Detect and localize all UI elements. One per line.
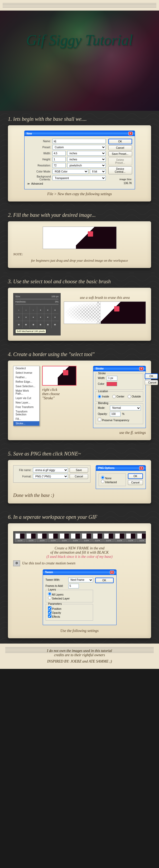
- opacity-input[interactable]: [110, 412, 121, 416]
- animation-frame[interactable]: 0.07▾: [126, 533, 136, 542]
- close-icon[interactable]: ×: [139, 466, 144, 470]
- name-input[interactable]: [53, 139, 106, 144]
- preset-select[interactable]: Custom: [53, 145, 106, 150]
- mode-select[interactable]: RGB Color: [53, 169, 88, 174]
- save-cancel-button[interactable]: Cancel: [70, 474, 88, 479]
- opacity-checkbox[interactable]: Opacity: [48, 610, 91, 614]
- loc-outside-radio[interactable]: Outside: [128, 395, 141, 398]
- menu-item[interactable]: Refine Edge...: [13, 379, 39, 384]
- device-central-button[interactable]: Device Central...: [108, 166, 132, 174]
- loc-center-radio[interactable]: Center: [112, 395, 124, 398]
- menu-item[interactable]: Make Work Path...: [13, 389, 39, 396]
- brush-palette: Size:100 px Hardness:0% •••●●● ●●●●●● ◉◉…: [13, 293, 61, 336]
- menu-item[interactable]: Transform Selection: [13, 409, 39, 417]
- res-input[interactable]: [53, 163, 66, 168]
- png-none-radio[interactable]: None: [101, 476, 123, 480]
- step-5: 5. Save as PNG then click NONE~ File nam…: [0, 445, 159, 509]
- loc-inside-radio[interactable]: Inside: [98, 395, 109, 398]
- tween-ok-button[interactable]: OK: [95, 578, 114, 583]
- tween-with-select[interactable]: Next Frame: [68, 578, 93, 582]
- stroke-color-swatch[interactable]: [106, 382, 117, 386]
- step-6-line4: Use this tool to create motion tween: [22, 561, 75, 565]
- preserve-checkbox[interactable]: Preserve Transparency: [98, 419, 129, 422]
- menu-item[interactable]: New Layer...: [13, 400, 39, 405]
- close-icon[interactable]: ×: [110, 570, 114, 574]
- animation-frame[interactable]: 0.07▾: [103, 533, 114, 542]
- animation-frame[interactable]: 0.07▾: [37, 533, 47, 542]
- step-1-caption: File > New then copy the following setti…: [13, 192, 146, 196]
- res-unit-select[interactable]: pixels/inch: [67, 163, 106, 168]
- animation-frame[interactable]: 0.07▾: [115, 533, 125, 542]
- new-dialog: New × Name: Preset:Custom Width:inches H…: [24, 130, 135, 189]
- stroke-dialog: Stroke× Stroke Width: Color: Location In…: [93, 366, 146, 428]
- step-1: 1. lets begin with the base shall we....…: [0, 111, 159, 207]
- menu-item[interactable]: Free Transform: [13, 405, 39, 409]
- animation-frame[interactable]: 0.07▾: [92, 533, 103, 542]
- height-label: Height:: [27, 158, 51, 161]
- brush-grid[interactable]: •••●●● ●●●●●● ◉◉◉◉◉◉: [15, 307, 59, 328]
- width-unit-select[interactable]: inches: [67, 151, 106, 156]
- pos-checkbox[interactable]: Position: [48, 607, 91, 610]
- step-4-hint3: "Stroke": [42, 396, 90, 400]
- menu-item[interactable]: Deselect: [13, 366, 39, 371]
- animation-frame[interactable]: 0.07▾: [136, 533, 146, 542]
- menu-item[interactable]: Select Inverse: [13, 371, 39, 375]
- height-unit-select[interactable]: inches: [67, 157, 106, 162]
- step-4-hint2: then choose: [42, 392, 90, 396]
- animation-frame[interactable]: 0.07▾: [15, 533, 25, 542]
- save-preset-button[interactable]: Save Preset...: [108, 151, 132, 156]
- step-3: 3. Use the select tool and choose the ba…: [0, 273, 159, 346]
- animation-frame[interactable]: 0.07▾: [81, 533, 92, 542]
- menu-item[interactable]: Fill...: [13, 417, 39, 421]
- step-5-panel: File name:enma ai gif siggySave Format:P…: [8, 460, 151, 503]
- animation-timeline[interactable]: 0.07▾0.07▾0.07▾0.07▾0.07▾0.07▾0.07▾0.07▾…: [13, 531, 146, 544]
- animation-frame[interactable]: 0.07▾: [48, 533, 59, 542]
- tutorial-title: Gif Siggy Tutorial: [0, 32, 159, 49]
- width-input[interactable]: [53, 151, 66, 156]
- blend-mode-select[interactable]: Normal: [110, 406, 141, 410]
- format-select[interactable]: PNG (*.PNG): [33, 474, 68, 479]
- menu-item[interactable]: Layer via Cut: [13, 396, 39, 400]
- animation-frame[interactable]: 0.07▾: [70, 533, 81, 542]
- png-interlaced-radio[interactable]: Interlaced: [101, 480, 123, 484]
- brush-hardness-value: 0%: [55, 301, 59, 303]
- step-6-caption: Use the following settings: [13, 629, 146, 633]
- close-icon[interactable]: ×: [128, 132, 133, 135]
- bg-select[interactable]: Transparent: [53, 176, 106, 180]
- step-5-done: Done with the base :): [13, 493, 146, 498]
- animation-frame[interactable]: 0.07▾: [26, 533, 36, 542]
- all-layers-radio[interactable]: All Layers: [48, 592, 91, 596]
- tween-dialog: Tween× Tween With:Next Frame Frames to A…: [43, 569, 117, 625]
- filename-input[interactable]: enma ai gif siggy: [33, 468, 68, 472]
- step-4-hint1: right click: [42, 388, 90, 392]
- sel-layer-radio[interactable]: Selected Layer: [48, 596, 91, 600]
- new-dialog-title-text: New: [27, 132, 32, 135]
- close-icon[interactable]: ×: [139, 367, 144, 371]
- png-cancel-button[interactable]: Cancel: [128, 480, 143, 485]
- brush-size-label: Size:: [15, 295, 21, 298]
- step-6-heading: 6. In a seperate workspace open your GIF: [8, 514, 151, 520]
- stroke-cancel-button[interactable]: Cancel: [145, 380, 158, 385]
- png-ok-button[interactable]: OK: [128, 473, 143, 479]
- cancel-button[interactable]: Cancel: [108, 145, 132, 150]
- ok-button[interactable]: OK: [108, 139, 132, 144]
- save-button[interactable]: Save: [70, 468, 88, 473]
- step-4: 4. Create a border using the "select too…: [0, 346, 159, 445]
- step-6-panel: 0.07▾0.07▾0.07▾0.07▾0.07▾0.07▾0.07▾0.07▾…: [8, 523, 151, 638]
- animation-frame[interactable]: 0.07▾: [59, 533, 70, 542]
- menu-item[interactable]: Feather...: [13, 375, 39, 379]
- footer-line1: I do not own the images used in this tut…: [5, 649, 154, 653]
- frames-input[interactable]: [68, 584, 79, 588]
- bg-label: Background Contents:: [27, 175, 51, 181]
- height-input[interactable]: [53, 157, 66, 162]
- menu-item[interactable]: Save Selection...: [13, 384, 39, 389]
- tween-tool-icon[interactable]: ⚙: [13, 560, 20, 566]
- menu-item[interactable]: Stroke...: [13, 421, 39, 426]
- step-6-line1: Create a NEW FRAME in the end: [13, 546, 146, 551]
- brush-hardness-label: Hardness:: [15, 301, 26, 303]
- stroke-width-input[interactable]: [107, 376, 117, 380]
- effects-checkbox[interactable]: Effects: [48, 614, 91, 618]
- advanced-toggle[interactable]: Advanced: [31, 182, 43, 185]
- stroke-ok-button[interactable]: OK: [145, 373, 158, 379]
- depth-select[interactable]: 8 bit: [90, 169, 106, 174]
